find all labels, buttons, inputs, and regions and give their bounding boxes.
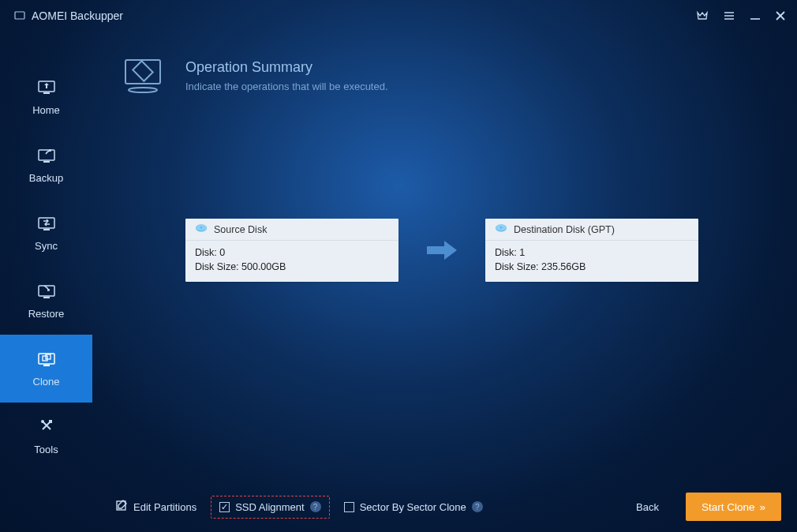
- sidebar-item-sync[interactable]: Sync: [0, 199, 92, 267]
- destination-disk-body: Disk: 1 Disk Size: 235.56GB: [485, 241, 698, 282]
- edit-partitions-label: Edit Partitions: [133, 501, 196, 513]
- svg-rect-14: [43, 297, 50, 298]
- sidebar-item-home[interactable]: Home: [0, 63, 92, 131]
- svg-point-19: [41, 420, 44, 423]
- edit-partitions-option[interactable]: Edit Partitions: [116, 500, 196, 514]
- backup-icon: [36, 147, 57, 164]
- close-icon[interactable]: [775, 10, 786, 21]
- destination-disk-header: Destination Disk (GPT): [485, 219, 698, 241]
- header-text: Operation Summary Indicate the operation…: [185, 59, 388, 92]
- footer-options: Edit Partitions SSD Alignment ? Sector B…: [116, 496, 483, 519]
- source-disk-header: Source Disk: [185, 219, 398, 241]
- main-panel: Operation Summary Indicate the operation…: [92, 32, 797, 532]
- summary-icon: [119, 55, 167, 96]
- sidebar-item-label: Tools: [34, 444, 58, 455]
- sidebar-item-label: Backup: [29, 172, 63, 184]
- ssd-alignment-checkbox[interactable]: [219, 502, 230, 512]
- menu-icon[interactable]: [723, 10, 735, 21]
- svg-rect-9: [39, 150, 54, 160]
- svg-rect-0: [15, 12, 24, 19]
- svg-rect-18: [46, 354, 51, 359]
- footer-bar: Edit Partitions SSD Alignment ? Sector B…: [92, 481, 797, 532]
- clone-icon: [36, 350, 57, 368]
- source-disk-title: Source Disk: [214, 224, 267, 235]
- sync-icon: [36, 215, 57, 232]
- start-clone-button[interactable]: Start Clone »: [686, 493, 781, 521]
- app-window: AOMEI Backupper Home: [0, 0, 797, 532]
- sidebar-item-label: Home: [32, 104, 60, 116]
- source-disk-body: Disk: 0 Disk Size: 500.00GB: [185, 241, 398, 282]
- source-disk-card[interactable]: Source Disk Disk: 0 Disk Size: 500.00GB: [185, 219, 398, 282]
- chevron-right-icon: »: [759, 501, 765, 513]
- sidebar-item-backup[interactable]: Backup: [0, 131, 92, 199]
- svg-point-26: [200, 227, 202, 228]
- page-subtitle: Indicate the operations that will be exe…: [185, 81, 388, 92]
- ssd-alignment-label: SSD Alignment: [235, 501, 304, 513]
- svg-rect-12: [43, 229, 50, 230]
- source-disk-line2: Disk Size: 500.00GB: [195, 260, 389, 275]
- sector-clone-checkbox[interactable]: [344, 502, 354, 512]
- page-header: Operation Summary Indicate the operation…: [119, 55, 388, 96]
- home-icon: [36, 79, 57, 96]
- app-title: AOMEI Backupper: [32, 9, 123, 22]
- ssd-alignment-option[interactable]: SSD Alignment ?: [211, 496, 329, 519]
- edit-icon: [116, 500, 128, 514]
- destination-disk-title: Destination Disk (GPT): [514, 224, 615, 235]
- titlebar-right: [696, 10, 786, 21]
- titlebar-left: AOMEI Backupper: [14, 9, 123, 22]
- sidebar: Home Backup Sync Restore: [0, 32, 92, 532]
- sector-clone-label: Sector By Sector Clone: [360, 501, 466, 513]
- titlebar: AOMEI Backupper: [0, 0, 797, 32]
- app-logo-icon: [14, 10, 25, 21]
- restore-icon: [36, 283, 57, 300]
- sidebar-item-restore[interactable]: Restore: [0, 267, 92, 335]
- sidebar-item-label: Restore: [28, 308, 65, 320]
- arrow-icon: [422, 237, 462, 264]
- help-icon[interactable]: ?: [310, 501, 321, 512]
- sidebar-item-tools[interactable]: Tools: [0, 403, 92, 470]
- destination-disk-line2: Disk Size: 235.56GB: [495, 260, 689, 275]
- svg-point-23: [129, 88, 157, 92]
- page-title: Operation Summary: [185, 59, 388, 76]
- svg-rect-20: [49, 420, 52, 423]
- crown-icon[interactable]: [696, 10, 709, 21]
- minimize-icon[interactable]: [750, 10, 761, 21]
- sidebar-item-clone[interactable]: Clone: [0, 335, 92, 403]
- tools-icon: [36, 418, 57, 436]
- svg-rect-22: [133, 61, 152, 81]
- back-label: Back: [636, 501, 659, 513]
- svg-rect-10: [43, 161, 50, 163]
- sector-clone-option[interactable]: Sector By Sector Clone ?: [344, 501, 483, 513]
- sidebar-item-label: Clone: [33, 376, 60, 388]
- svg-rect-16: [43, 365, 50, 366]
- back-button[interactable]: Back: [623, 501, 672, 513]
- destination-disk-line1: Disk: 1: [495, 246, 689, 260]
- destination-disk-card[interactable]: Destination Disk (GPT) Disk: 1 Disk Size…: [485, 219, 698, 282]
- svg-rect-17: [43, 356, 47, 361]
- start-label: Start Clone: [702, 501, 755, 513]
- help-icon[interactable]: ?: [472, 501, 483, 512]
- svg-point-29: [500, 227, 502, 228]
- sidebar-item-label: Sync: [35, 240, 58, 252]
- svg-rect-8: [43, 92, 50, 94]
- source-disk-line1: Disk: 0: [195, 246, 389, 260]
- disk-icon: [195, 223, 208, 235]
- disk-icon: [495, 223, 507, 235]
- body: Home Backup Sync Restore: [0, 32, 797, 532]
- disk-row: Source Disk Disk: 0 Disk Size: 500.00GB: [185, 219, 698, 282]
